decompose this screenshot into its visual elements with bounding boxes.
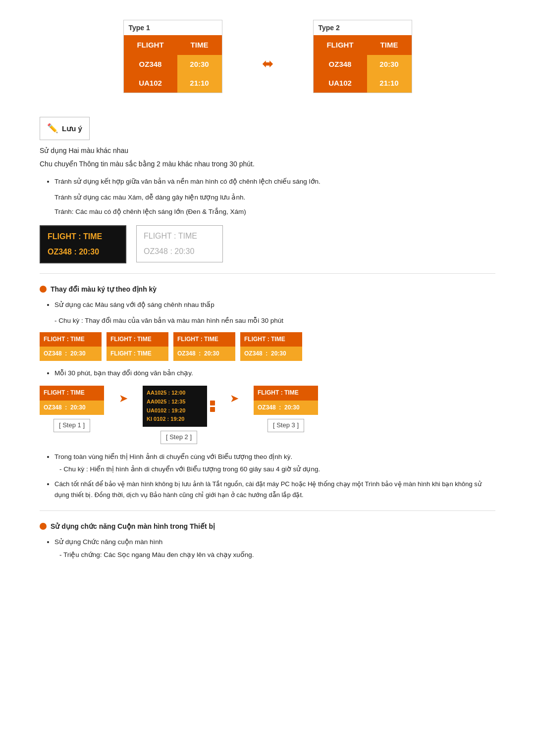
section5-heading: Sử dụng chức năng Cuộn màn hình trong Th… [40, 521, 495, 532]
scroll-down-icon [210, 407, 215, 412]
step3-flight-box: FLIGHT : TIME OZ348 : 20:30 [254, 386, 318, 414]
type1-row1-time: 20:30 [177, 55, 222, 74]
section4-bullet2: Cách tốt nhất để bảo vệ màn hình không b… [54, 479, 495, 501]
divider-1 [40, 273, 495, 274]
bidirectional-arrow-icon: ⬌ [262, 53, 273, 75]
demo-light-time-val: 20:30 [174, 247, 194, 255]
note-line2: Chu chuyển Thông tin màu sắc bằng 2 màu … [40, 158, 495, 169]
demo-dark-flight-label: FLIGHT [48, 232, 76, 241]
step1-flight-box: FLIGHT : TIME OZ348 : 20:30 [40, 386, 104, 414]
demo-light-sep2: : [170, 247, 174, 255]
step2-line1: AA1025 : 12:00 [147, 389, 203, 398]
demo-dark-header: FLIGHT : TIME [48, 230, 118, 243]
demo-dark-time-val: 20:30 [79, 248, 99, 256]
demo-light-flight-label: FLIGHT [144, 232, 172, 240]
scroll-up-icon [210, 401, 215, 405]
four-box-2-body: FLIGHT : TIME [107, 347, 168, 361]
demo-dark-sep1: : [78, 232, 83, 241]
top-comparison: Type 1 FLIGHT TIME OZ348 20:30 [40, 20, 495, 93]
four-boxes-demo: FLIGHT : TIME OZ348 : 20:30 FLIGHT : TIM… [40, 332, 495, 361]
type2-table: Type 2 FLIGHT TIME OZ348 20:30 [313, 20, 412, 93]
step2-line3: UA0102 : 19:20 [147, 406, 203, 415]
type1-row2-time: 21:10 [177, 74, 222, 93]
section3-bullet: Mỗi 30 phút, bạn thay đổi dòng văn bản c… [54, 368, 495, 379]
avoid-list: Tránh sử dụng kết hợp giữa văn bản và nề… [40, 176, 495, 187]
type2-row2-flight: UA102 [314, 74, 367, 93]
section2-title: Thay đổi màu ký tự theo định kỳ [51, 284, 157, 295]
step1-box: FLIGHT : TIME OZ348 : 20:30 [ Step 1 ] [40, 386, 104, 432]
demo-dark-flight-val: OZ348 [48, 248, 72, 256]
four-box-2-header: FLIGHT : TIME [107, 332, 168, 347]
demo-dark-box: FLIGHT : TIME OZ348 : 20:30 [40, 225, 126, 263]
step2-inner-row: AA1025 : 12:00 AA0025 : 12:35 UA0102 : 1… [143, 386, 215, 426]
type1-flight-header: FLIGHT [124, 35, 177, 55]
note-box: ✏️ Lưu ý [40, 117, 90, 140]
type2-time-header: TIME [367, 35, 412, 55]
step-diagram: FLIGHT : TIME OZ348 : 20:30 [ Step 1 ] ➤… [40, 386, 495, 444]
section2-list: Sử dụng các Màu sáng với độ sáng chênh n… [40, 300, 495, 310]
note-pencil-icon: ✏️ [47, 121, 58, 136]
demo-light-box: FLIGHT : TIME OZ348 : 20:30 [136, 225, 223, 262]
step2-box: AA1025 : 12:00 AA0025 : 12:35 UA0102 : 1… [143, 386, 215, 444]
four-box-3-body: OZ348 : 20:30 [173, 347, 235, 361]
four-box-1-header: FLIGHT : TIME [40, 332, 102, 347]
step3-label: [ Step 3 ] [268, 419, 304, 432]
type2-row2-time: 21:10 [367, 74, 412, 93]
section5-list: Sử dụng Chức năng cuộn màn hình - Triệu … [40, 537, 495, 560]
four-box-4: FLIGHT : TIME OZ348 : 20:30 [240, 332, 302, 361]
demo-boxes-row: FLIGHT : TIME OZ348 : 20:30 FLIGHT : TIM… [40, 225, 495, 263]
step2-to-step3-arrow: ➤ [230, 386, 239, 407]
four-box-3-header: FLIGHT : TIME [173, 332, 235, 347]
section4-sub1: - Chu kỳ : Hiển thị hình ảnh di chuyển v… [54, 464, 495, 475]
type2-flight-header: FLIGHT [314, 35, 367, 55]
type1-time-header: TIME [177, 35, 222, 55]
section5-title: Sử dụng chức năng Cuộn màn hình trong Th… [51, 521, 215, 532]
avoid-item-1: Tránh sử dụng kết hợp giữa văn bản và nề… [54, 176, 495, 187]
demo-light-header: FLIGHT : TIME [144, 230, 215, 243]
demo-dark-sep2: : [74, 248, 79, 256]
orange-dot-2-icon [40, 523, 47, 530]
note-title: Lưu ý [62, 123, 82, 135]
step3-box: FLIGHT : TIME OZ348 : 20:30 [ Step 3 ] [254, 386, 318, 432]
four-box-1-body: OZ348 : 20:30 [40, 347, 102, 361]
type1-row2-flight: UA102 [124, 74, 177, 93]
step-arrow-2-icon: ➤ [230, 390, 239, 407]
four-box-2: FLIGHT : TIME FLIGHT : TIME [107, 332, 168, 361]
type1-title: Type 1 [124, 20, 222, 35]
step2-dark-box: AA1025 : 12:00 AA0025 : 12:35 UA0102 : 1… [143, 386, 207, 426]
type1-block: Type 1 FLIGHT TIME OZ348 20:30 [123, 20, 222, 93]
step1-header: FLIGHT : TIME [40, 386, 104, 400]
step2-line4: KI 0102 : 19:20 [147, 415, 203, 424]
type2-block: Type 2 FLIGHT TIME OZ348 20:30 [313, 20, 412, 93]
demo-dark-time-label: TIME [83, 232, 102, 241]
section5-sub1: - Triệu chứng: Các Sọc ngang Màu đen chạ… [54, 550, 495, 560]
step1-label: [ Step 1 ] [54, 419, 90, 432]
demo-light-flight-val: OZ348 [144, 247, 168, 255]
type2-row1-time: 20:30 [367, 55, 412, 74]
section2-bullet1: Sử dụng các Màu sáng với độ sáng chênh n… [54, 300, 495, 310]
four-box-1: FLIGHT : TIME OZ348 : 20:30 [40, 332, 102, 361]
four-box-3: FLIGHT : TIME OZ348 : 20:30 [173, 332, 235, 361]
demo-dark-body: OZ348 : 20:30 [48, 246, 118, 258]
step3-body: OZ348 : 20:30 [254, 401, 318, 415]
four-box-4-header: FLIGHT : TIME [240, 332, 302, 347]
step2-line2: AA0025 : 12:35 [147, 398, 203, 406]
step2-label: [ Step 2 ] [160, 431, 197, 444]
step-arrow-1-icon: ➤ [119, 390, 128, 407]
section5-bullet1: Sử dụng Chức năng cuộn màn hình - Triệu … [54, 537, 495, 560]
divider-2 [40, 510, 495, 511]
demo-light-sep1: : [174, 232, 178, 240]
four-box-4-body: OZ348 : 20:30 [240, 347, 302, 361]
section3-list: Mỗi 30 phút, bạn thay đổi dòng văn bản c… [40, 368, 495, 379]
avoid-sub2: Tránh: Các màu có độ chênh lệch sáng lớn… [40, 206, 495, 217]
step1-to-step2-arrow: ➤ [119, 386, 128, 407]
note-line1: Sử dụng Hai màu khác nhau [40, 145, 495, 156]
step1-body: OZ348 : 20:30 [40, 401, 104, 415]
orange-dot-icon [40, 286, 47, 293]
avoid-sub1: Tránh sử dụng các màu Xám, dễ dàng gây h… [40, 192, 495, 203]
type1-row1-flight: OZ348 [124, 55, 177, 74]
step2-scroll-icons [210, 386, 215, 426]
section2-sub1: - Chu kỳ : Thay đổi màu của văn bản và m… [40, 315, 495, 326]
type2-row1-flight: OZ348 [314, 55, 367, 74]
type2-title: Type 2 [314, 20, 412, 35]
